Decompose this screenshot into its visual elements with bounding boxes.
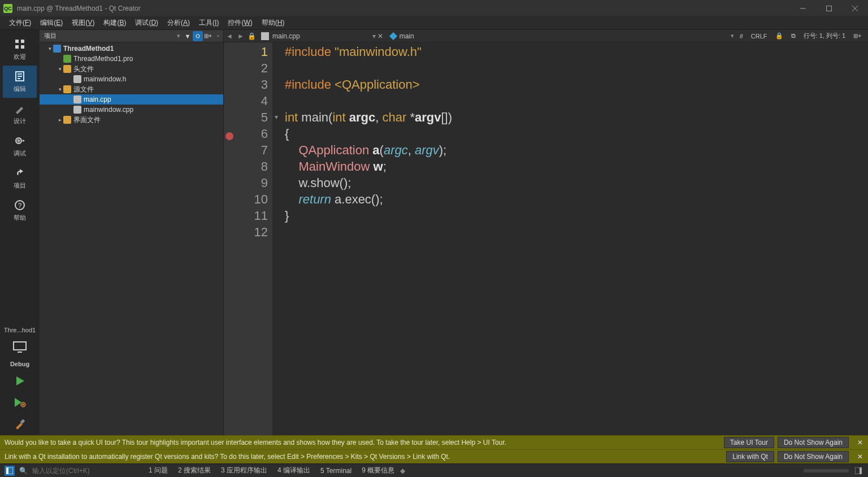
cursor-position[interactable]: 行号: 1, 列号: 1 <box>801 32 848 40</box>
tree-row[interactable]: main.cpp <box>40 94 223 105</box>
output-pane-tab[interactable]: 3 应用程序输出 <box>218 466 271 475</box>
open-document-name: main.cpp <box>272 32 300 40</box>
kit-config-label: Debug <box>10 361 29 367</box>
tree-row[interactable]: mainwindow.cpp <box>40 105 223 115</box>
menu-item[interactable]: 调试(D) <box>131 16 163 29</box>
menu-item[interactable]: 控件(W) <box>223 16 257 29</box>
mode-icon <box>14 167 26 179</box>
mode-icon: ? <box>14 199 26 211</box>
svg-rect-4 <box>21 45 24 49</box>
info-secondary-button[interactable]: Do Not Show Again <box>778 437 849 448</box>
output-pane-tab[interactable]: 4 编译输出 <box>274 466 314 475</box>
add-split-icon[interactable]: ⊞+ <box>203 31 213 41</box>
tree-row[interactable]: ▸界面文件 <box>40 115 223 125</box>
menu-item[interactable]: 构建(B) <box>99 16 131 29</box>
build-button[interactable] <box>12 416 28 432</box>
caret-icon[interactable]: ▾ <box>46 46 53 51</box>
split-add-icon[interactable]: ⊞+ <box>851 33 863 39</box>
caret-icon[interactable]: ▸ <box>57 117 63 123</box>
info-primary-button[interactable]: Take UI Tour <box>724 437 774 448</box>
project-tree[interactable]: ▾ThreadMethod1ThreadMethod1.pro▾头文件mainw… <box>40 42 223 435</box>
svg-rect-1 <box>15 40 19 43</box>
cfld-icon <box>63 85 71 93</box>
svg-rect-13 <box>6 467 8 474</box>
encoding-indicator[interactable]: CRLF <box>749 33 770 40</box>
kit-selector-project[interactable]: Thre...hod1 <box>4 327 36 333</box>
menu-item[interactable]: 视图(V) <box>67 16 99 29</box>
lock-icon[interactable]: 🔒 <box>246 32 257 40</box>
close-pane-icon[interactable]: ▫ <box>213 31 223 41</box>
sidebar-toggle-icon[interactable]: ⧉ <box>789 32 798 40</box>
menu-item[interactable]: 分析(A) <box>163 16 194 29</box>
caret-icon[interactable]: ▾ <box>57 86 63 92</box>
sidebar-right-toggle-icon[interactable] <box>853 466 863 476</box>
menu-item[interactable]: 工具(I) <box>194 16 223 29</box>
fold-gutter[interactable]: ▾ <box>272 42 280 435</box>
menubar: 文件(F)编辑(E)视图(V)构建(B)调试(D)分析(A)工具(I)控件(W)… <box>0 16 868 30</box>
svg-rect-15 <box>860 467 862 474</box>
tree-row[interactable]: ThreadMethod1.pro <box>40 54 223 64</box>
link-icon[interactable] <box>193 31 203 41</box>
locator-input[interactable] <box>32 467 134 475</box>
info-secondary-button[interactable]: Do Not Show Again <box>778 451 849 462</box>
info-close-button[interactable]: ✕ <box>852 453 868 461</box>
info-close-button[interactable]: ✕ <box>852 439 868 446</box>
editor-pane: ◄ ► 🔒 main.cpp ▾ ✕ main ▾ # CRLF 🔒 ⧉ 行号:… <box>224 30 868 435</box>
menu-item[interactable]: 帮助(H) <box>257 16 289 29</box>
tree-label: mainwindow.cpp <box>84 106 133 114</box>
code-editor[interactable]: 123456789101112 ▾ #include "mainwindow.h… <box>224 42 868 435</box>
readonly-icon[interactable]: 🔒 <box>773 32 785 40</box>
tree-row[interactable]: ▾头文件 <box>40 64 223 74</box>
fold-toggle-icon[interactable]: ▾ <box>272 109 280 125</box>
open-document-tab[interactable]: main.cpp <box>257 32 305 40</box>
run-button[interactable] <box>12 373 28 389</box>
nav-back-icon[interactable]: ◄ <box>224 32 235 40</box>
close-button[interactable] <box>842 0 868 16</box>
output-pane-tab[interactable]: 5 Terminal <box>317 467 355 475</box>
close-document-button[interactable]: ✕ <box>376 32 385 40</box>
search-icon: 🔍 <box>19 467 28 475</box>
tree-label: ThreadMethod1.pro <box>73 55 133 63</box>
output-pane-tab[interactable]: 9 概要信息 <box>358 466 398 475</box>
code-area[interactable]: #include "mainwindow.h"#include <QApplic… <box>280 42 868 435</box>
menu-item[interactable]: 编辑(E) <box>36 16 67 29</box>
mode-设计[interactable]: 设计 <box>3 98 37 130</box>
maximize-button[interactable] <box>816 0 842 16</box>
menu-item[interactable]: 文件(F) <box>5 16 36 29</box>
minimize-button[interactable] <box>790 0 816 16</box>
run-debug-button[interactable] <box>12 394 28 410</box>
monitor-icon[interactable] <box>12 339 28 355</box>
mode-bar: 欢迎编辑设计调试项目?帮助 Thre...hod1 Debug <box>0 30 40 435</box>
info-primary-button[interactable]: Link with Qt <box>726 451 774 462</box>
sidebar-left-toggle-icon[interactable] <box>5 466 15 476</box>
tree-label: 头文件 <box>73 64 94 74</box>
mode-label: 调试 <box>14 149 26 158</box>
tree-row[interactable]: ▾ThreadMethod1 <box>40 44 223 54</box>
nav-forward-icon[interactable]: ► <box>235 32 246 40</box>
tree-row[interactable]: mainwindow.h <box>40 74 223 84</box>
output-pane-tab[interactable]: 1 问题 <box>145 466 171 475</box>
breakpoint-marker-icon[interactable] <box>225 132 233 140</box>
file-icon <box>261 32 269 40</box>
symbol-crumb[interactable]: main <box>385 32 420 40</box>
mode-欢迎[interactable]: 欢迎 <box>3 33 37 66</box>
file-icon <box>73 96 81 103</box>
mode-icon <box>14 38 26 50</box>
symbol-dropdown-icon[interactable]: ▾ <box>731 32 734 40</box>
mode-编辑[interactable]: 编辑 <box>3 66 37 98</box>
mode-调试[interactable]: 调试 <box>3 130 37 162</box>
svg-text:?: ? <box>18 202 22 210</box>
mode-项目[interactable]: 项目 <box>3 162 37 194</box>
info-bar: Would you like to take a quick UI tour? … <box>0 435 868 449</box>
filter-icon[interactable]: ▼ <box>183 31 193 41</box>
caret-icon[interactable]: ▾ <box>57 66 63 72</box>
svg-rect-9 <box>14 342 26 350</box>
mode-帮助[interactable]: ?帮助 <box>3 194 37 227</box>
output-pane-dropdown-icon[interactable]: ◆ <box>400 467 405 475</box>
output-pane-tab[interactable]: 2 搜索结果 <box>175 466 214 475</box>
file-icon <box>73 75 81 83</box>
line-number-gutter[interactable]: 123456789101112 <box>235 42 272 435</box>
breakpoint-gutter[interactable] <box>224 42 235 435</box>
tree-row[interactable]: ▾源文件 <box>40 84 223 94</box>
app-logo-icon: QC <box>3 4 12 13</box>
